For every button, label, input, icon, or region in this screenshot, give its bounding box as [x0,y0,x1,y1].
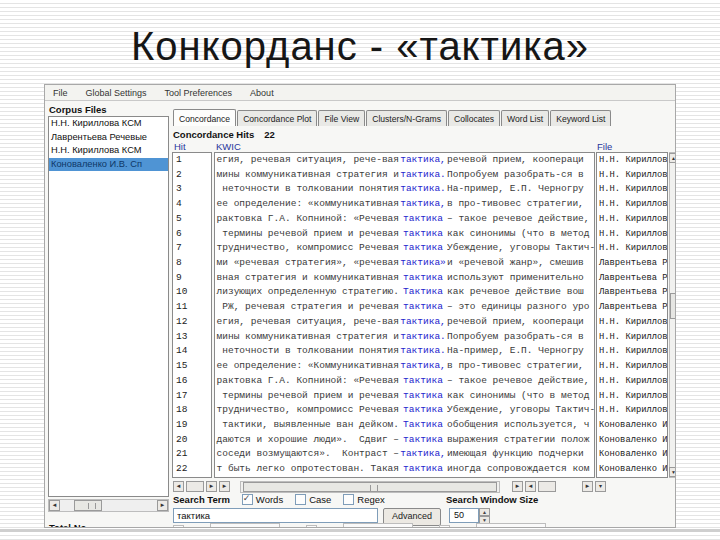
table-row[interactable]: ми «речевая стратегия», «речеваятактика»… [215,256,594,271]
kwic-keyword[interactable]: тактика, [399,197,447,212]
horizontal-scrollbar[interactable] [240,481,500,493]
tab-concordance-plot[interactable]: Concordance Plot [237,110,317,126]
clipped-field-3[interactable] [476,523,546,528]
scroll-right-icon[interactable]: ► [157,500,168,511]
clipped-field-1[interactable] [210,523,280,528]
scroll-up-icon[interactable]: ▲ [669,153,676,163]
corpus-horizontal-scrollbar[interactable]: ◄ ► [48,499,169,512]
step4-icon[interactable]: ▾ [595,481,606,492]
clipped-checkbox-2[interactable] [306,525,317,528]
words-checkbox[interactable] [242,494,253,505]
corpus-file-item[interactable]: Н.Н. Кириллова КСМ [49,144,168,158]
tab-word-list[interactable]: Word List [501,110,549,126]
vertical-scroll-thumb[interactable] [670,293,676,319]
spin-up-icon[interactable]: ▲ [479,508,490,516]
table-row[interactable]: РЖ, речевая стратегия и речеваятактика– … [215,300,594,315]
kwic-keyword[interactable]: тактика. [399,182,447,197]
corpus-file-item[interactable]: Коноваленко И.В. Сп [49,158,168,172]
corpus-file-item[interactable]: Лаврентьева Речевые [49,131,168,145]
case-checkbox[interactable] [295,494,306,505]
tab-clusters-n-grams[interactable]: Clusters/N-Grams [366,110,447,126]
kwic-keyword[interactable]: тактика [399,227,447,242]
corpus-file-item[interactable]: Н.Н. Кириллова КСМ [49,117,168,131]
column-header-file[interactable]: File [597,141,612,152]
step-right2-icon[interactable]: ► [219,481,230,492]
step-left-icon[interactable]: ◄ [173,481,184,492]
kwic-keyword[interactable]: Тактика [399,285,447,300]
table-row[interactable]: тактики, выявленные ван дейком.Тактикаоб… [215,418,594,433]
regex-checkbox[interactable] [343,494,354,505]
kwic-keyword[interactable]: тактика» [399,256,447,271]
column-header-kwic[interactable]: KWIC [216,141,241,152]
table-row[interactable]: мины коммуникативная стратегия итактика.… [215,330,594,345]
step2-right-icon[interactable]: ◄ [525,481,536,492]
table-row[interactable]: неточности в толковании понятиятактика.Н… [215,182,594,197]
kwic-keyword[interactable]: тактика. [399,330,447,345]
menu-item-file[interactable]: File [53,88,68,98]
table-row[interactable]: трудничество, компромисс РечеваятактикаУ… [215,241,594,256]
kwic-keyword[interactable]: тактика. [399,344,447,359]
kwic-keyword[interactable]: тактика. [399,168,447,183]
kwic-keyword[interactable]: тактика [399,271,447,286]
kwic-keyword[interactable]: тактика [399,374,447,389]
table-row[interactable]: соседи возмущаются». Контраст –тактика,и… [215,447,594,462]
kwic-keyword[interactable]: тактика [399,212,447,227]
step3-icon[interactable]: ► [582,481,593,492]
step2-left-icon[interactable]: ► [512,481,523,492]
menu-item-about[interactable]: About [250,88,274,98]
clipped-checkbox-1[interactable] [173,525,184,528]
sort2-button[interactable] [538,481,556,492]
table-row[interactable]: ее определение: «Коммуникативнаятактика,… [215,359,594,374]
table-row[interactable]: рактовка Г.А. Копниной: «Речеваятактика–… [215,374,594,389]
kwic-keyword[interactable]: тактика [399,462,447,477]
menu-item-global-settings[interactable]: Global Settings [86,88,147,98]
case-label: Case [309,494,331,505]
kwic-left-context: вная стратегия и коммуникативная [215,271,399,286]
window-size-value[interactable]: 50 [449,508,479,523]
tab-concordance[interactable]: Concordance [173,109,236,126]
horizontal-scroll-thumb[interactable] [243,482,497,492]
kwic-keyword[interactable]: тактика, [399,153,447,168]
kwic-keyword[interactable]: тактика, [399,315,447,330]
table-row[interactable]: даются и хорошие люди». Сдвиг –тактикавы… [215,433,594,448]
table-row[interactable]: лизующих определенную стратегию.Тактикак… [215,285,594,300]
kwic-keyword[interactable]: Тактика [399,418,447,433]
table-row[interactable]: термины речевой прием и речеваятактикака… [215,227,594,242]
tab-collocates[interactable]: Collocates [448,110,500,126]
corpus-files-list[interactable]: Н.Н. Кириллова КСМЛаврентьева РечевыеН.Н… [48,116,169,497]
corpus-scroll-thumb[interactable] [74,500,102,511]
table-row[interactable]: т быть легко опротестован. Такаятактикаи… [215,462,594,477]
step-right-icon[interactable]: ► [206,481,217,492]
kwic-keyword[interactable]: тактика [399,241,447,256]
table-row[interactable]: вная стратегия и коммуникативнаятактикаи… [215,271,594,286]
table-row[interactable]: неточности в толковании понятиятактика.Н… [215,344,594,359]
table-row[interactable]: егия, речевая ситуация, рече-ваятактика,… [215,315,594,330]
kwic-keyword[interactable]: тактика [399,433,447,448]
hit-number: 13 [173,330,211,345]
kwic-left-context: соседи возмущаются». Контраст – [215,447,399,462]
table-row[interactable]: трудничество, компромисс РечеваятактикаУ… [215,403,594,418]
window-size-stepper[interactable]: ▲▼ [479,508,490,523]
clipped-field-2[interactable] [343,523,413,528]
sort-button[interactable] [186,481,204,492]
table-row[interactable]: рактовка Г.А. Копниной: «Речеваятактика–… [215,212,594,227]
table-row[interactable]: термины речевой прием и речеваятактикака… [215,389,594,404]
menu-item-tool-preferences[interactable]: Tool Preferences [165,88,233,98]
kwic-keyword[interactable]: тактика [399,403,447,418]
vertical-scrollbar[interactable]: ▲ ▼ [669,152,676,478]
tab-keyword-list[interactable]: Keyword List [550,110,611,126]
clipped-checkbox-3[interactable] [439,525,450,528]
table-row[interactable]: егия, речевая ситуация, рече-ваятактика,… [215,153,594,168]
scroll-down-icon[interactable]: ▼ [669,467,676,477]
tab-file-view[interactable]: File View [318,110,365,126]
kwic-keyword[interactable]: тактика, [399,447,447,462]
kwic-keyword[interactable]: тактика [399,300,447,315]
file-name: Лаврентьева Р [597,300,667,315]
table-row[interactable]: ее определение: «коммуникативнаятактика,… [215,197,594,212]
table-row[interactable]: мины коммуникативная стратегия итактика.… [215,168,594,183]
scroll-left-icon[interactable]: ◄ [49,500,60,511]
search-input[interactable] [173,508,378,523]
column-header-hit[interactable]: Hit [174,141,186,152]
kwic-keyword[interactable]: тактика, [399,359,447,374]
kwic-keyword[interactable]: тактика [399,389,447,404]
